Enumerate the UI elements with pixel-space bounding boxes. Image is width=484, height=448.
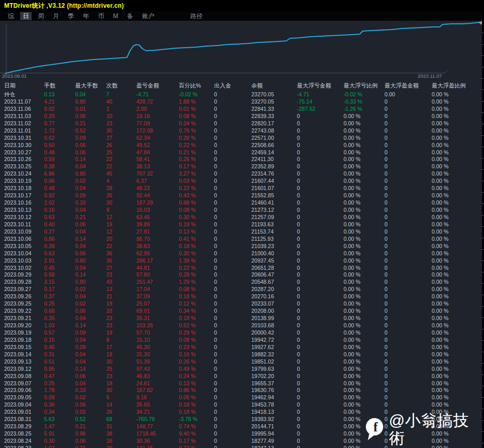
table-row[interactable]: 持仓0.130.047-4.71-0.02 %023270.05-4.71-0.… (0, 91, 482, 98)
table-row[interactable]: 2023.09.120.950.142597.430.49 %019799.63… (0, 366, 482, 373)
table-row[interactable]: 2023.09.070.250.041824.610.13 %019655.37… (0, 380, 482, 387)
table-row[interactable]: 2023.10.032.910.8035286.171.39 %020937.4… (0, 257, 482, 265)
cell-in-out: 0 (214, 387, 251, 394)
column-header-max-float-profit[interactable]: 最大浮盈金额 (385, 82, 432, 90)
cell-percent: 0.26 % (179, 358, 214, 366)
menu-item-lujing[interactable]: 路径 (188, 12, 205, 20)
table-row[interactable]: 2023.10.250.380.042238.130.17 %022352.89… (0, 163, 482, 170)
column-header-balance[interactable]: 余额 (251, 82, 297, 90)
table-row[interactable]: 2023.10.162.020.3330187.290.88 %021460.4… (0, 199, 482, 207)
table-row[interactable]: 2023.10.170.920.093592.440.43 %021552.85… (0, 192, 482, 199)
cell-balance: 20548.67 (251, 279, 297, 286)
column-header-max-float-loss[interactable]: 最大浮亏金额 (297, 82, 344, 90)
table-row[interactable]: 2023.10.060.860.142086.700.41 %021125.93… (0, 236, 482, 243)
cell-max-float-profit-pct: 0.00 % (432, 199, 482, 207)
cell-max-float-profit: 0 (385, 170, 432, 178)
table-row[interactable]: 2023.09.283.150.8043261.471.29 %020548.6… (0, 279, 482, 286)
table-row[interactable]: 2023.11.074.210.8040428.721.88 %023270.0… (0, 98, 482, 106)
table-row[interactable]: 2023.09.080.470.062346.830.24 %019702.20… (0, 373, 482, 380)
menu-item-m[interactable]: M (110, 12, 121, 20)
menu-item-zhou[interactable]: 周 (35, 12, 47, 20)
table-row[interactable]: 2023.09.140.310.041931.300.16 %019882.32… (0, 351, 482, 358)
table-row[interactable]: 2023.10.020.450.042744.810.22 %020651.28… (0, 265, 482, 272)
cell-lots: 5.91 (44, 430, 75, 438)
table-row[interactable]: 2023.09.260.370.042137.090.18 %020270.16… (0, 293, 482, 300)
cell-max-float-loss-pct: 0.00 % (344, 221, 385, 228)
cell-max-float-loss: 0 (297, 228, 344, 236)
menu-item-zong[interactable]: 综 (5, 12, 17, 20)
cell-percent: 0.88 % (179, 199, 214, 207)
column-header-max-float-profit-pct[interactable]: 最大浮盈比例 (432, 82, 482, 90)
table-row[interactable]: 2023.09.250.250.021925.070.12 %020233.07… (0, 300, 482, 308)
table-row[interactable]: 2023.10.270.480.062547.840.21 %022459.14… (0, 149, 482, 156)
table-row[interactable]: 2023.10.040.630.063662.950.30 %021000.40… (0, 250, 482, 257)
column-header-lots[interactable]: 手数 (44, 82, 75, 90)
cell-max-float-profit-pct: 0.00 % (432, 106, 482, 113)
column-header-in-out[interactable]: 出入金 (214, 82, 251, 90)
cell-date: 2023.09.01 (4, 409, 44, 416)
menu-item-zhanghu[interactable]: 账户 (139, 12, 157, 20)
table-row[interactable]: 2023.09.150.460.091745.300.23 %019927.62… (0, 344, 482, 351)
table-row[interactable]: 2023.10.246.860.8045707.323.27 %022314.7… (0, 170, 482, 178)
menu-item-bi[interactable]: 币 (95, 12, 107, 20)
column-header-pnl[interactable]: 盈亏金额 (136, 82, 179, 90)
table-row[interactable]: 2023.11.060.020.0122.000.01 %022841.33-2… (0, 106, 482, 113)
cell-percent: 0.86 % (179, 387, 214, 394)
table-row[interactable]: 2023.10.110.400.061939.890.19 %021193.63… (0, 221, 482, 228)
table-row[interactable]: 2023.09.061.780.3330167.820.86 %019630.7… (0, 387, 482, 394)
table-row[interactable]: 2023.09.220.680.063369.010.34 %020208.00… (0, 308, 482, 315)
cell-max-float-loss-pct: 0.00 % (344, 142, 385, 149)
cell-max-lots: 0.96 (75, 430, 106, 438)
table-row[interactable]: 2023.09.130.510.043051.390.26 %019851.02… (0, 358, 482, 366)
column-header-percent[interactable]: 百分比% (179, 82, 214, 90)
table-row[interactable]: 2023.09.190.570.091957.700.29 %020000.42… (0, 329, 482, 337)
column-header-date[interactable]: 日期 (4, 82, 44, 90)
chart-start-date-label: 2023.08.01 (2, 73, 27, 79)
cell-pnl: 6.37 (136, 178, 179, 185)
table-row[interactable]: 2023.10.300.500.062649.520.22 %022508.66… (0, 142, 482, 149)
table-row[interactable]: 2023.09.290.580.142357.800.28 %020606.47… (0, 271, 482, 279)
table-row[interactable]: 2023.11.020.770.212377.090.34 %022820.17… (0, 120, 482, 127)
table-row[interactable]: 2023.09.270.170.021317.040.08 %020287.20… (0, 286, 482, 293)
menu-bar: 综日周月季年币M备账户路径 (0, 11, 482, 21)
cell-max-float-loss-pct: 0.00 % (344, 192, 385, 199)
column-header-max-float-loss-pct[interactable]: 最大浮亏比例 (344, 82, 385, 90)
table-row[interactable]: 2023.10.130.160.04916.030.08 %021273.120… (0, 207, 482, 214)
table-row[interactable]: 2023.10.260.590.142258.410.26 %022411.30… (0, 156, 482, 163)
column-header-count[interactable]: 次数 (106, 82, 136, 90)
table-row[interactable]: 2023.10.090.270.041227.810.13 %021153.74… (0, 228, 482, 236)
table-row[interactable]: 2023.10.050.390.042238.830.18 %021039.23… (0, 243, 482, 250)
menu-item-ri[interactable]: 日 (20, 12, 32, 20)
table-row[interactable]: 2023.11.011.720.5230172.080.76 %022743.0… (0, 127, 482, 135)
table-row[interactable]: 2023.10.120.630.211263.460.30 %021257.09… (0, 214, 482, 221)
cell-max-float-profit: 0 (385, 358, 432, 366)
cell-max-float-profit: 0 (385, 279, 432, 286)
cell-in-out: 0 (214, 135, 251, 142)
cell-max-float-loss: -75.14 (297, 98, 344, 106)
menu-item-ji[interactable]: 季 (65, 12, 77, 20)
menu-item-yue[interactable]: 月 (50, 12, 62, 20)
cell-date: 2023.10.27 (4, 149, 44, 156)
table-row[interactable]: 2023.11.030.200.061019.160.08 %022839.33… (0, 113, 482, 120)
cell-percent: 0.18 % (179, 293, 214, 300)
cell-lots: 0.31 (44, 351, 75, 358)
cell-lots: 0.51 (44, 358, 75, 366)
cell-in-out: 0 (214, 380, 251, 387)
cell-date: 2023.09.19 (4, 329, 44, 337)
table-row[interactable]: 2023.09.210.350.042335.310.18 %020138.99… (0, 315, 482, 322)
table-row[interactable]: 2023.10.190.060.0246.370.03 %021607.4400… (0, 178, 482, 185)
cell-date: 2023.09.04 (4, 401, 44, 409)
table-row[interactable]: 2023.10.180.480.042848.220.22 %021601.07… (0, 185, 482, 192)
cell-max-lots: 0.09 (75, 344, 106, 351)
cell-max-float-profit-pct: 0.00 % (432, 156, 482, 163)
menu-item-bei[interactable]: 备 (124, 12, 136, 20)
table-row[interactable]: 2023.09.050.090.0269.160.05 %019462.9400… (0, 394, 482, 401)
table-row[interactable]: 2023.09.040.360.061435.650.18 %019453.78… (0, 401, 482, 409)
table-row[interactable]: 2023.10.310.620.092762.340.28 %022571.00… (0, 135, 482, 142)
menu-item-nian[interactable]: 年 (80, 12, 92, 20)
table-row[interactable]: 2023.09.201.030.1423103.260.52 %020103.6… (0, 322, 482, 329)
cell-max-float-loss: 0 (297, 423, 344, 430)
column-header-max-lots[interactable]: 最大手数 (75, 82, 106, 90)
table-row[interactable]: 2023.09.180.150.04815.100.08 %019942.720… (0, 337, 482, 344)
cell-lots: 0.63 (44, 250, 75, 257)
